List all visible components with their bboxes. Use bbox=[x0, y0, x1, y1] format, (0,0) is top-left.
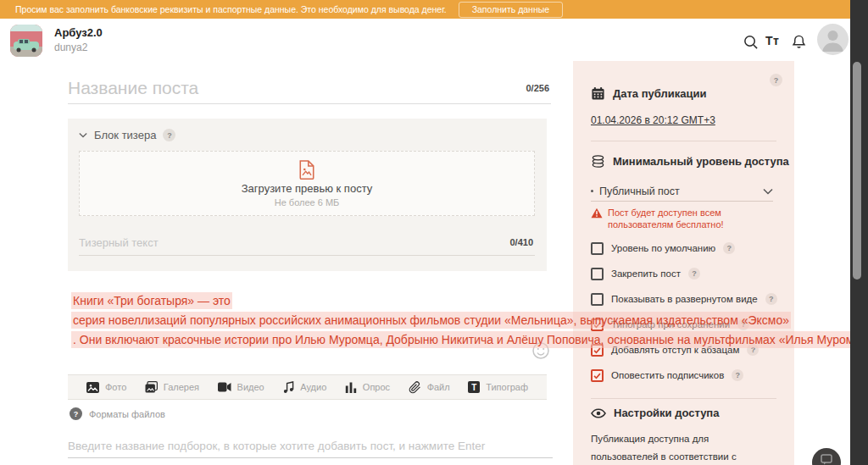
help-icon[interactable]: ? bbox=[688, 268, 700, 280]
teaser-collapse-toggle[interactable]: Блок тизера ? bbox=[79, 129, 175, 141]
audio-icon bbox=[282, 381, 294, 393]
access-level-selected: Публичный пост bbox=[599, 185, 763, 197]
video-icon bbox=[218, 382, 231, 392]
toolbar-gallery-button[interactable]: Галерея bbox=[145, 381, 199, 393]
search-icon[interactable] bbox=[741, 32, 760, 51]
formats-label: Форматы файлов bbox=[89, 409, 165, 419]
gallery-icon bbox=[145, 381, 158, 393]
teaser-label: Блок тизера bbox=[94, 129, 156, 141]
floating-action-button[interactable] bbox=[812, 448, 841, 465]
toolbar-file-button[interactable]: Файл bbox=[409, 381, 450, 394]
body-text-line: серия новеллизаций популярных российских… bbox=[71, 311, 868, 330]
fab-icon bbox=[821, 454, 832, 465]
teaser-text-input[interactable] bbox=[79, 230, 443, 249]
project-avatar-image bbox=[10, 25, 42, 57]
page: Просим вас заполнить банковские реквизит… bbox=[0, 0, 868, 465]
file-formats-row: ? Форматы файлов bbox=[70, 407, 165, 420]
fill-data-button[interactable]: Заполнить данные bbox=[459, 2, 563, 18]
notifications-bell-icon[interactable] bbox=[789, 32, 808, 51]
warning-text: Пост будет доступен всем пользователям б… bbox=[608, 207, 767, 230]
checkbox-box[interactable] bbox=[591, 268, 604, 280]
access-level-select[interactable]: Публичный пост bbox=[591, 181, 773, 202]
collections-row bbox=[68, 433, 553, 458]
teaser-char-counter: 0/410 bbox=[509, 237, 533, 247]
upload-file-image-icon bbox=[298, 159, 315, 180]
collections-input[interactable] bbox=[68, 433, 542, 452]
scrollbar-thumb[interactable] bbox=[853, 62, 861, 280]
post-title-row: 0/256 bbox=[68, 73, 551, 104]
post-settings-sidebar: ? Дата публикации 01.04.2026 в 20:12 GMT… bbox=[573, 61, 794, 465]
toolbar-poll-button[interactable]: Опрос bbox=[345, 382, 390, 393]
project-avatar[interactable] bbox=[10, 25, 42, 57]
photo-icon bbox=[86, 382, 99, 393]
calendar-icon bbox=[591, 86, 605, 101]
project-subtitle: dunya2 bbox=[54, 42, 87, 53]
upload-hint: Не более 6 МБ bbox=[275, 197, 340, 208]
post-body-editor[interactable]: Книги «Три богатыря» — это серия новелли… bbox=[71, 291, 868, 350]
toolbar-audio-button[interactable]: Аудио bbox=[282, 381, 326, 393]
teaser-help-icon[interactable]: ? bbox=[163, 129, 175, 141]
project-title: Арбуз2.0 bbox=[54, 26, 103, 39]
upload-title: Загрузите превью к посту bbox=[242, 182, 373, 195]
checkbox-box[interactable] bbox=[591, 242, 604, 255]
checkbox-pin-post[interactable]: Закрепить пост ? bbox=[591, 261, 786, 286]
checkbox-box[interactable] bbox=[591, 369, 604, 382]
title-char-counter: 0/256 bbox=[526, 83, 549, 93]
help-icon[interactable]: ? bbox=[732, 369, 743, 381]
post-title-input[interactable] bbox=[68, 73, 475, 98]
formats-help-icon[interactable]: ? bbox=[70, 407, 82, 420]
chevron-down-icon bbox=[763, 188, 773, 195]
eye-icon bbox=[591, 407, 606, 419]
selected-option-bullet bbox=[591, 190, 593, 192]
body-text-line: . Они включают красочные истории про Иль… bbox=[71, 330, 868, 350]
access-settings-header: Настройки доступа bbox=[591, 407, 719, 419]
toolbar-typograph-button[interactable]: T Типограф bbox=[468, 381, 528, 393]
access-settings-description: Публикация доступна для пользователей в … bbox=[591, 430, 771, 465]
publish-date-value[interactable]: 01.04.2026 в 20:12 GMT+3 bbox=[591, 114, 715, 126]
banner-message: Просим вас заполнить банковские реквизит… bbox=[15, 4, 447, 14]
paperclip-icon bbox=[409, 381, 421, 394]
divider bbox=[591, 398, 776, 399]
chevron-down-icon bbox=[79, 132, 87, 138]
scrollbar-track[interactable] bbox=[850, 0, 868, 465]
check-icon bbox=[593, 371, 602, 380]
coins-icon bbox=[591, 154, 605, 169]
free-access-warning: Пост будет доступен всем пользователям б… bbox=[591, 207, 767, 230]
attachment-toolbar: Фото Галерея Видео Аудио Опрос bbox=[68, 374, 547, 400]
text-size-tool[interactable]: Тт bbox=[765, 34, 779, 47]
divider bbox=[591, 141, 776, 141]
typograph-icon: T bbox=[468, 381, 480, 393]
checkbox-notify-subscribers[interactable]: Оповестить подписчиков ? bbox=[591, 363, 786, 388]
body-text-line: Книги «Три богатыря» — это bbox=[71, 291, 868, 311]
top-alert-banner: Просим вас заполнить банковские реквизит… bbox=[0, 0, 868, 19]
header: Арбуз2.0 dunya2 Тт bbox=[0, 19, 868, 61]
access-level-header: Минимальный уровень доступа bbox=[591, 154, 789, 169]
teaser-block: Блок тизера ? Загрузите превью к посту Н… bbox=[68, 119, 547, 271]
help-icon[interactable]: ? bbox=[723, 242, 735, 254]
toolbar-video-button[interactable]: Видео bbox=[218, 382, 264, 392]
checkbox-default-level[interactable]: Уровень по умолчанию ? bbox=[591, 235, 786, 261]
toolbar-photo-button[interactable]: Фото bbox=[86, 382, 126, 393]
poll-icon bbox=[345, 382, 357, 393]
preview-upload-dropzone[interactable]: Загрузите превью к посту Не более 6 МБ bbox=[79, 151, 535, 216]
warning-icon bbox=[591, 208, 603, 219]
publish-date-header: Дата публикации bbox=[591, 86, 706, 101]
sidebar-help-icon[interactable]: ? bbox=[770, 74, 782, 86]
user-avatar[interactable] bbox=[817, 24, 849, 55]
teaser-text-row: 0/410 bbox=[79, 230, 535, 256]
